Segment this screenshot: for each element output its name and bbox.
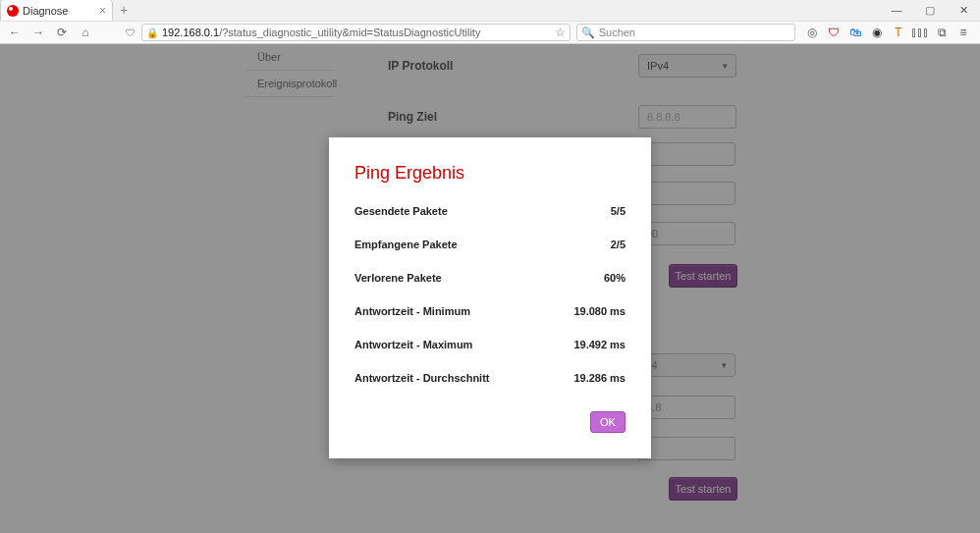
toolbar-icons: ◎ 🛡 🛍 ◉ T ⫿⫿⫿ ⧉ ≡: [801, 26, 974, 39]
new-tab-button[interactable]: +: [113, 0, 135, 21]
titlebar: Diagnose × + — ▢ ✕: [0, 0, 980, 22]
ublock-icon[interactable]: 🛡: [827, 26, 841, 39]
tab-title: Diagnose: [23, 5, 95, 17]
bookmark-star-icon[interactable]: ☆: [555, 26, 566, 39]
minimize-button[interactable]: —: [880, 0, 913, 21]
search-placeholder: Suchen: [599, 27, 635, 38]
maximize-button[interactable]: ▢: [913, 0, 947, 21]
menu-icon[interactable]: ≡: [956, 26, 970, 39]
result-row: Antwortzeit - Maximum19.492 ms: [354, 339, 626, 350]
url-bar[interactable]: 🔒 192.168.0.1/?status_diagnostic_utility…: [141, 24, 571, 41]
lock-icon: 🔒: [146, 27, 158, 38]
modal-title: Ping Ergebnis: [354, 163, 626, 184]
home-button[interactable]: ⌂: [77, 24, 94, 41]
browser-tab[interactable]: Diagnose ×: [0, 0, 113, 21]
library-icon[interactable]: ⫿⫿⫿: [913, 26, 927, 39]
page-content: Über Ereignisprotokoll IP Protokoll IPv4…: [0, 44, 980, 533]
result-row: Antwortzeit - Minimum19.080 ms: [354, 305, 626, 317]
url-text: 192.168.0.1/?status_diagnostic_utility&m…: [162, 27, 551, 38]
result-row: Antwortzeit - Durchschnitt19.286 ms: [354, 372, 626, 384]
shield-icon[interactable]: 🛡: [126, 27, 136, 38]
ok-button[interactable]: OK: [590, 411, 626, 433]
search-icon: 🔍: [581, 27, 595, 39]
extension-cart-icon[interactable]: 🛍: [848, 26, 862, 39]
window-controls: — ▢ ✕: [880, 0, 980, 21]
reader-icon[interactable]: ⧉: [935, 26, 949, 39]
extension-t-icon[interactable]: T: [892, 26, 905, 39]
navbar: ← → ⟳ ⌂ 🛡 🔒 192.168.0.1/?status_diagnost…: [0, 22, 980, 44]
search-box[interactable]: 🔍 Suchen: [576, 24, 795, 41]
back-button[interactable]: ←: [6, 24, 24, 41]
reload-button[interactable]: ⟳: [53, 24, 71, 41]
result-row: Verlorene Pakete60%: [354, 272, 626, 284]
ping-result-modal: Ping Ergebnis Gesendete Pakete5/5 Empfan…: [329, 137, 651, 458]
pocket-icon[interactable]: ◎: [805, 26, 819, 39]
forward-button[interactable]: →: [29, 24, 47, 41]
close-tab-icon[interactable]: ×: [99, 4, 106, 18]
result-row: Gesendete Pakete5/5: [354, 205, 626, 217]
result-row: Empfangene Pakete2/5: [354, 239, 626, 250]
vodafone-favicon-icon: [7, 5, 19, 17]
close-window-button[interactable]: ✕: [947, 0, 980, 21]
extension-dark-icon[interactable]: ◉: [870, 26, 884, 39]
